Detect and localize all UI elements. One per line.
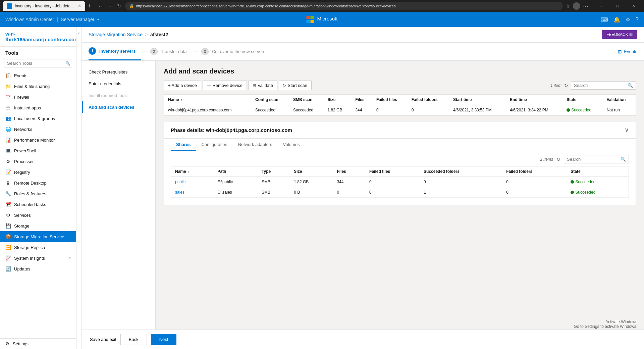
next-button[interactable]: Next (151, 334, 177, 345)
main-search-box[interactable]: 🔍 (571, 81, 636, 90)
minimize-button[interactable]: ─ (594, 0, 609, 12)
breadcrumb-parent[interactable]: Storage Migration Service (89, 32, 143, 37)
table-row[interactable]: win-dobj0p41pga.corp.contoso.com Succeed… (164, 105, 636, 115)
microsoft-logo: Microsoft (307, 16, 338, 23)
sidebar-item-local-users[interactable]: 👥 Local users & groups (0, 113, 76, 124)
sidebar-item-registry[interactable]: 📝 Registry (0, 167, 76, 178)
col-header-size[interactable]: Size (323, 95, 351, 105)
star-icon[interactable]: ☆ (566, 3, 570, 9)
maximize-button[interactable]: □ (610, 0, 625, 12)
col-header-config-scan[interactable]: Config scan (251, 95, 289, 105)
server-manager-chevron[interactable]: ▾ (97, 18, 99, 21)
phase-col-failed-folders[interactable]: Failed folders (502, 166, 567, 177)
sidebar-item-installed-apps[interactable]: ☰ Installed apps (0, 102, 76, 113)
phase-tab-configuration[interactable]: Configuration (196, 139, 232, 151)
col-header-name[interactable]: Name ↑ (164, 95, 251, 105)
step-1-inventory[interactable]: 1 Inventory servers (89, 43, 141, 60)
sidebar-item-files[interactable]: 📁 Files & file sharing (0, 81, 76, 92)
new-tab-button[interactable]: + (88, 3, 92, 10)
left-panel-add-scan[interactable]: Add and scan devices (82, 101, 155, 113)
state-success: Succeeded (567, 108, 598, 112)
remove-device-button[interactable]: — Remove device (203, 81, 247, 90)
sidebar-item-storage[interactable]: 💾 Storage (0, 220, 76, 231)
tab-close-icon[interactable]: ✕ (78, 4, 81, 8)
phase-col-failed-files[interactable]: Failed files (365, 166, 420, 177)
main-search-input[interactable] (571, 82, 625, 89)
step-3-cutover[interactable]: 3 Cut over to the new servers (201, 43, 271, 60)
sidebar-settings-item[interactable]: ⚙ Settings (0, 339, 76, 349)
phase-tab-shares[interactable]: Shares (171, 139, 196, 151)
phase-col-files[interactable]: Files (333, 166, 365, 177)
phase-refresh-button[interactable]: ↻ (555, 155, 562, 163)
bell-icon[interactable]: 🔔 (613, 16, 620, 23)
search-tools-input[interactable] (7, 61, 63, 66)
back-button[interactable]: Back (120, 334, 147, 345)
public-link[interactable]: public (175, 180, 185, 184)
sidebar-item-processes[interactable]: ⚙ Processes (0, 156, 76, 167)
address-bar[interactable]: 🔒 https://localhost:6516/servermanager/c… (125, 2, 563, 10)
sidebar-item-updates[interactable]: 🔄 Updates (0, 263, 76, 274)
start-scan-button[interactable]: ▷ Start scan (279, 81, 312, 90)
search-tools-box[interactable]: 🔍 (4, 59, 72, 67)
phase-col-path[interactable]: Path (213, 166, 258, 177)
help-icon[interactable]: ? (636, 16, 639, 22)
col-header-state[interactable]: State (562, 95, 602, 105)
phase-tab-network-adapters[interactable]: Network adapters (233, 139, 278, 151)
left-panel-enter-credentials[interactable]: Enter credentials (82, 78, 155, 90)
profile-icon[interactable] (573, 2, 580, 10)
refresh-button[interactable]: ↻ (116, 2, 122, 10)
start-scan-label: ▷ Start scan (283, 83, 307, 88)
feedback-button[interactable]: FEEDBACK ✉ (602, 30, 637, 39)
add-device-button[interactable]: + Add a device (164, 81, 201, 90)
search-icon[interactable]: 🔍 (625, 82, 636, 89)
forward-button[interactable]: → (106, 2, 114, 10)
phase-search-input[interactable] (564, 155, 618, 163)
terminal-icon[interactable]: ⌨ (600, 16, 608, 23)
col-header-validation[interactable]: Validation (603, 95, 636, 105)
phase-tab-volumes[interactable]: Volumes (278, 139, 305, 151)
sidebar-item-storage-migration[interactable]: 📦 Storage Migration Service (0, 231, 76, 242)
phase-col-type[interactable]: Type (258, 166, 290, 177)
server-manager-label[interactable]: Server Manager (61, 17, 94, 22)
validate-button[interactable]: ⊟ Validate (248, 81, 277, 90)
phase-table-row-sales[interactable]: sales C:\sales SMB 0 B 0 0 1 (171, 187, 629, 198)
col-header-files[interactable]: Files (351, 95, 372, 105)
remote-desktop-icon: 🖥 (5, 180, 11, 186)
sidebar-item-services[interactable]: ⚙ Services (0, 210, 76, 220)
col-header-failed-folders[interactable]: Failed folders (408, 95, 449, 105)
sidebar-item-networks[interactable]: 🌐 Networks (0, 124, 76, 135)
sales-link[interactable]: sales (175, 190, 184, 195)
sidebar-item-remote-desktop[interactable]: 🖥 Remote Desktop (0, 178, 76, 188)
phase-col-size[interactable]: Size (290, 166, 333, 177)
phase-col-succeeded-folders[interactable]: Succeeded folders (420, 166, 502, 177)
phase-cell-name-sales: sales (171, 187, 213, 198)
phase-col-name[interactable]: Name ↑ (171, 166, 213, 177)
col-header-end-time[interactable]: End time (506, 95, 562, 105)
sidebar-item-roles-features[interactable]: 🔧 Roles & features (0, 188, 76, 199)
phase-header[interactable]: Phase details: win-dobj0p41pga.corp.cont… (164, 121, 636, 139)
sidebar-item-performance-monitor[interactable]: 📊 Performance Monitor (0, 135, 76, 145)
left-panel-check-prerequisites[interactable]: Check Prerequisites (82, 66, 155, 78)
refresh-button[interactable]: ↻ (563, 82, 570, 90)
phase-search-icon[interactable]: 🔍 (618, 155, 629, 163)
sidebar-item-firewall[interactable]: 🛡 Firewall (0, 92, 76, 102)
events-button[interactable]: ⊞ Events (618, 46, 637, 57)
close-button[interactable]: ✕ (626, 0, 641, 12)
settings-icon[interactable]: ⚙ (626, 16, 630, 23)
sidebar-item-events[interactable]: 📋 Events (0, 70, 76, 81)
col-header-smb-scan[interactable]: SMB scan (289, 95, 323, 105)
sidebar-item-scheduled-tasks[interactable]: 📅 Scheduled tasks (0, 199, 76, 210)
sidebar-item-storage-replica[interactable]: 🔁 Storage Replica (0, 242, 76, 253)
extensions-icon[interactable]: ⋯ (583, 3, 588, 9)
phase-search-box[interactable]: 🔍 (564, 155, 629, 163)
phase-table-row-public[interactable]: public E:\public SMB 1.82 GB 344 0 9 (171, 177, 629, 187)
col-header-start-time[interactable]: Start time (449, 95, 506, 105)
sidebar-item-system-insights[interactable]: 📈 System Insights ↗ (0, 253, 76, 263)
col-header-failed-files[interactable]: Failed files (372, 95, 408, 105)
browser-tab[interactable]: Inventory - Inventory - Job deta... ✕ (3, 1, 85, 11)
sidebar-collapse-button[interactable]: ‹ (76, 27, 82, 349)
sidebar-item-powershell[interactable]: 💻 PowerShell (0, 145, 76, 156)
step-2-transfer[interactable]: 2 Transfer data (150, 43, 192, 60)
phase-col-state[interactable]: State (567, 166, 629, 177)
back-button[interactable]: ← (97, 2, 104, 10)
